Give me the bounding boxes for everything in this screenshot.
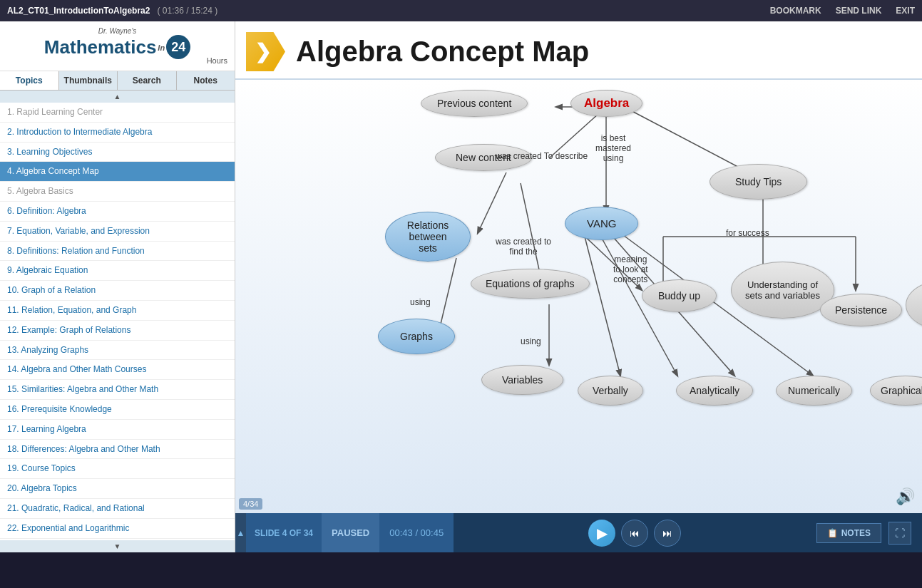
sidebar-item-11[interactable]: 11. Relation, Equation, and Graph: [0, 301, 235, 321]
tab-topics[interactable]: Topics: [0, 71, 59, 90]
vang-label: VANG: [565, 207, 638, 240]
svg-line-4: [478, 172, 506, 233]
speaker-icon[interactable]: 🔊: [896, 488, 915, 506]
step-forward-button[interactable]: ⏭: [654, 520, 681, 547]
sidebar-item-12[interactable]: 12. Example: Graph of Relations: [0, 321, 235, 341]
bookmark-button[interactable]: BOOKMARK: [770, 6, 821, 16]
node-practice: Practiceproblems: [906, 279, 922, 331]
concept-map: Algebra Previous content New content was…: [235, 80, 922, 513]
sidebar-item-4[interactable]: 4. Algebra Concept Map: [0, 162, 235, 182]
play-button[interactable]: ▶: [588, 520, 615, 547]
notes-button[interactable]: 📋 NOTES: [816, 523, 881, 543]
sidebar-item-10[interactable]: 10. Graph of a Relation: [0, 281, 235, 301]
connector-was-created-describe: was created To describe: [496, 151, 588, 161]
sidebar-item-1[interactable]: 1. Rapid Learning Center: [0, 103, 235, 123]
slide-label: SLIDE 4 OF 34: [246, 513, 322, 552]
node-previous-content: Previous content: [421, 90, 528, 117]
algebra-label: Algebra: [570, 90, 642, 117]
previous-content-label: Previous content: [421, 90, 528, 117]
sidebar-tabs: Topics Thumbnails Search Notes: [0, 71, 235, 91]
slide-status: PAUSED: [322, 513, 379, 552]
scroll-down-button[interactable]: ▼: [0, 540, 235, 552]
node-buddy-up: Buddy up: [642, 279, 717, 312]
page-indicator: 4/34: [239, 498, 262, 510]
node-graphically: Graphically: [870, 376, 922, 406]
node-relations: Relationsbetween sets: [385, 212, 471, 262]
node-understanding: Understanding ofsets and variables: [731, 262, 834, 319]
sidebar-item-5[interactable]: 5. Algebra Basics: [0, 182, 235, 202]
time-display: ( 01:36 / 15:24 ): [157, 6, 217, 16]
notes-icon: 📋: [827, 528, 838, 538]
graphically-label: Graphically: [870, 376, 922, 406]
logo-mathematics: Mathematics In 24: [7, 35, 227, 59]
logo-dr-wayne: Dr. Wayne's: [7, 27, 227, 35]
tab-thumbnails[interactable]: Thumbnails: [59, 71, 118, 90]
sidebar-item-17[interactable]: 17. Learning Algebra: [0, 420, 235, 440]
sidebar-item-7[interactable]: 7. Equation, Variable, and Expression: [0, 222, 235, 242]
numerically-label: Numerically: [776, 376, 852, 406]
sidebar-item-19[interactable]: 19. Course Topics: [0, 459, 235, 479]
sidebar-item-20[interactable]: 20. Algebra Topics: [0, 479, 235, 499]
node-algebra: Algebra: [570, 90, 642, 117]
sidebar-list: 1. Rapid Learning Center 2. Introduction…: [0, 103, 235, 540]
exit-button[interactable]: EXIT: [896, 6, 915, 16]
sidebar-item-13[interactable]: 13. Analyzing Graphs: [0, 341, 235, 361]
tab-search[interactable]: Search: [118, 71, 177, 90]
connector-using-2: using: [521, 336, 541, 346]
slide-title: Algebra Concept Map: [296, 36, 589, 68]
persistence-label: Persistence: [820, 294, 902, 326]
sidebar-item-16[interactable]: 16. Prerequisite Knowledge: [0, 400, 235, 420]
analytically-label: Analytically: [676, 376, 753, 406]
node-analytically: Analytically: [676, 376, 753, 406]
node-study-tips: Study Tips: [710, 164, 807, 200]
node-vang: VANG: [565, 207, 638, 240]
understanding-label: Understanding ofsets and variables: [731, 262, 834, 319]
slide-icon: ❯: [246, 32, 285, 71]
node-verbally: Verbally: [578, 376, 643, 406]
node-numerically: Numerically: [776, 376, 852, 406]
connector-using-1: using: [410, 297, 431, 307]
node-variables: Variables: [481, 365, 563, 395]
sidebar-item-9[interactable]: 9. Algebraic Equation: [0, 261, 235, 281]
sidebar-item-14[interactable]: 14. Algebra and Other Math Courses: [0, 360, 235, 380]
sidebar-item-21[interactable]: 21. Quadratic, Radical, and Rational: [0, 499, 235, 519]
content-area: ❯ Algebra Concept Map: [235, 21, 922, 552]
sidebar-item-18[interactable]: 18. Differences: Algebra and Other Math: [0, 440, 235, 460]
sidebar-item-2[interactable]: 2. Introduction to Intermediate Algebra: [0, 123, 235, 143]
svg-line-5: [521, 183, 542, 283]
tab-notes[interactable]: Notes: [177, 71, 235, 90]
sidebar-item-6[interactable]: 6. Definition: Algebra: [0, 202, 235, 222]
buddy-up-label: Buddy up: [642, 279, 717, 312]
sidebar-item-15[interactable]: 15. Similarities: Algebra and Other Math: [0, 380, 235, 400]
node-persistence: Persistence: [820, 294, 902, 326]
sidebar-item-8[interactable]: 8. Definitions: Relation and Function: [0, 242, 235, 262]
slide-nav-bar: ▲ SLIDE 4 OF 34 PAUSED 00:43 / 00:45 ▶ ⏮…: [235, 513, 922, 552]
main-layout: Dr. Wayne's Mathematics In 24 Hours Topi…: [0, 21, 922, 552]
scroll-up-button[interactable]: ▲: [0, 91, 235, 103]
slide-header: ❯ Algebra Concept Map: [235, 21, 922, 80]
sidebar-item-22[interactable]: 22. Exponential and Logarithmic: [0, 519, 235, 539]
connector-was-created-find: was created tofind the: [496, 237, 551, 257]
scroll-timeline-button[interactable]: ▲: [235, 513, 246, 552]
nav-controls: ▶ ⏮ ⏭: [454, 520, 816, 547]
file-title: AL2_CT01_IntroductionToAlgebra2: [7, 6, 150, 16]
top-bar-left: AL2_CT01_IntroductionToAlgebra2 ( 01:36 …: [7, 6, 217, 16]
step-back-button[interactable]: ⏮: [621, 520, 648, 547]
practice-label: Practiceproblems: [906, 279, 922, 331]
send-link-button[interactable]: SEND LINK: [836, 6, 882, 16]
sidebar-logo: Dr. Wayne's Mathematics In 24 Hours: [0, 21, 235, 71]
slide-info-bar: SLIDE 4 OF 34 PAUSED 00:43 / 00:45: [246, 513, 454, 552]
sidebar: Dr. Wayne's Mathematics In 24 Hours Topi…: [0, 21, 235, 552]
connector-best-mastered: is bestmasteredusing: [595, 133, 631, 163]
connector-for-success: for success: [726, 228, 769, 238]
fullscreen-button[interactable]: ⛶: [888, 522, 911, 545]
top-bar: AL2_CT01_IntroductionToAlgebra2 ( 01:36 …: [0, 0, 922, 21]
sidebar-item-3[interactable]: 3. Learning Objectives: [0, 143, 235, 163]
top-bar-actions: BOOKMARK SEND LINK EXIT: [770, 6, 915, 16]
variables-label: Variables: [481, 365, 563, 395]
node-equations-graphs: Equations of graphs: [471, 269, 590, 299]
right-controls: 📋 NOTES ⛶: [816, 522, 922, 545]
equations-graphs-label: Equations of graphs: [471, 269, 590, 299]
relations-label: Relationsbetween sets: [385, 212, 471, 262]
node-graphs: Graphs: [378, 319, 455, 354]
